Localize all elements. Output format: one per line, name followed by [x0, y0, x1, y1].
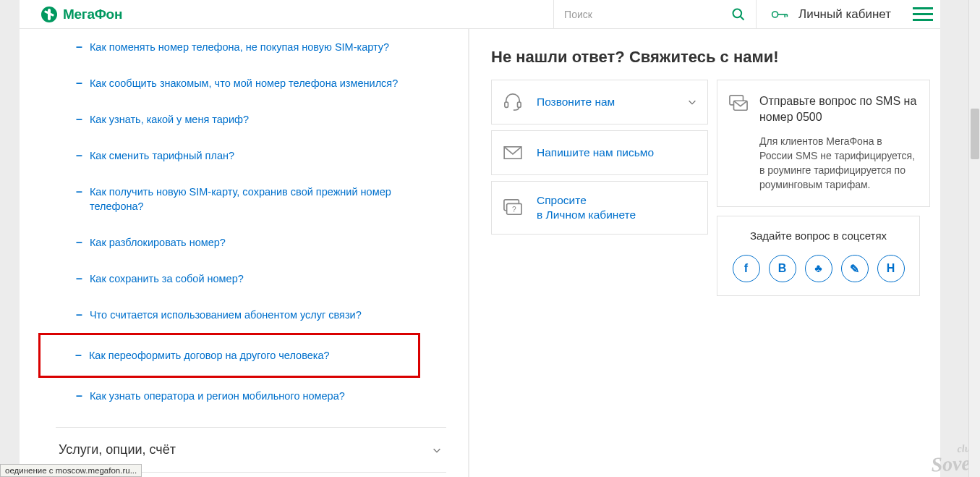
faq-link[interactable]: Что считается использованием абонентом у… — [90, 308, 362, 322]
dash-icon: – — [76, 40, 82, 54]
burger-icon — [913, 7, 933, 9]
social-button-1[interactable]: В — [769, 255, 796, 282]
search-input[interactable] — [564, 9, 731, 20]
faq-item[interactable]: –Как узнать оператора и регион мобильног… — [56, 378, 446, 414]
headset-icon — [502, 92, 524, 112]
social-card: Задайте вопрос в соцсетях fВ♣✎Н — [717, 216, 920, 296]
logo-icon — [41, 7, 57, 22]
logo-text: МегаФон — [63, 7, 122, 22]
social-button-0[interactable]: f — [733, 255, 760, 282]
dash-icon: – — [76, 112, 82, 127]
logo[interactable]: МегаФон — [20, 7, 553, 22]
accordion-title: Услуги, опции, счёт — [59, 442, 176, 457]
search-box — [553, 0, 756, 29]
account-link[interactable]: Личный кабинет — [756, 0, 906, 29]
faq-list: –Как поменять номер телефона, не покупая… — [56, 29, 446, 414]
svg-point-2 — [772, 12, 778, 17]
social-row: fВ♣✎Н — [729, 255, 908, 282]
faq-link[interactable]: Как узнать, какой у меня тариф? — [90, 112, 249, 127]
dash-icon: – — [76, 271, 82, 286]
faq-item[interactable]: –Как переоформить договор на другого чел… — [38, 333, 420, 378]
ask-account-card[interactable]: ? Спроситев Личном кабинете — [491, 181, 708, 235]
chevron-down-icon — [432, 445, 442, 455]
faq-link[interactable]: Как переоформить договор на другого чело… — [89, 348, 330, 363]
dash-icon: – — [76, 185, 82, 199]
social-button-4[interactable]: Н — [877, 255, 905, 282]
faq-item[interactable]: –Как сообщить знакомым, что мой номер те… — [56, 65, 446, 101]
svg-text:?: ? — [512, 206, 516, 214]
faq-item[interactable]: –Что считается использованием абонентом … — [56, 297, 446, 333]
header: МегаФон Личный кабинет — [20, 0, 940, 29]
status-bar: оединение с moscow.megafon.ru... — [0, 464, 142, 477]
sms-card: Отправьте вопрос по SMS на номер 0500 Дл… — [717, 80, 930, 207]
dash-icon: – — [76, 389, 82, 403]
scrollbar-thumb[interactable] — [971, 109, 979, 159]
mail-icon — [502, 143, 524, 163]
svg-rect-6 — [505, 102, 508, 107]
svg-point-0 — [733, 9, 742, 17]
search-icon[interactable] — [731, 7, 746, 22]
faq-item[interactable]: –Как сохранить за собой номер? — [56, 261, 446, 297]
social-button-2[interactable]: ♣ — [805, 255, 832, 282]
faq-link[interactable]: Как разблокировать номер? — [90, 235, 226, 250]
faq-link[interactable]: Как сменить тарифный план? — [90, 148, 234, 163]
chevron-down-icon — [687, 97, 697, 107]
faq-link[interactable]: Как сохранить за собой номер? — [90, 271, 244, 286]
faq-item[interactable]: –Как поменять номер телефона, не покупая… — [56, 29, 446, 65]
faq-column: –Как поменять номер телефона, не покупая… — [20, 29, 469, 477]
contact-heading: Не нашли ответ? Свяжитесь с нами! — [491, 48, 940, 67]
write-us-label: Напишите нам письмо — [537, 145, 654, 160]
ask-account-label: Спроситев Личном кабинете — [537, 193, 636, 222]
call-us-card[interactable]: Позвоните нам — [491, 80, 708, 124]
faq-item[interactable]: –Как получить новую SIM-карту, сохранив … — [56, 174, 446, 224]
faq-item[interactable]: –Как узнать, какой у меня тариф? — [56, 101, 446, 138]
menu-button[interactable] — [906, 7, 940, 21]
write-us-card[interactable]: Напишите нам письмо — [491, 130, 708, 175]
dash-icon: – — [76, 308, 82, 322]
dash-icon: – — [76, 76, 82, 90]
faq-link[interactable]: Как сообщить знакомым, что мой номер тел… — [90, 76, 398, 90]
faq-item[interactable]: –Как сменить тарифный план? — [56, 138, 446, 174]
social-title: Задайте вопрос в соцсетях — [729, 229, 908, 242]
faq-link[interactable]: Как поменять номер телефона, не покупая … — [90, 40, 389, 54]
faq-item[interactable]: –Как разблокировать номер? — [56, 224, 446, 261]
account-label: Личный кабинет — [798, 7, 891, 22]
faq-link[interactable]: Как узнать оператора и регион мобильного… — [90, 389, 345, 403]
call-us-label: Позвоните нам — [537, 95, 615, 109]
svg-rect-7 — [518, 102, 521, 107]
dash-icon: – — [76, 148, 82, 163]
sms-body: Для клиентов МегаФона в России SMS не та… — [728, 134, 918, 192]
sms-title: Отправьте вопрос по SMS на номер 0500 — [759, 93, 918, 125]
svg-line-1 — [741, 16, 744, 20]
social-button-3[interactable]: ✎ — [841, 255, 869, 282]
sms-icon — [728, 93, 749, 114]
contact-column: Не нашли ответ? Свяжитесь с нами! Позвон… — [469, 29, 940, 477]
faq-link[interactable]: Как получить новую SIM-карту, сохранив с… — [90, 185, 401, 214]
chat-question-icon: ? — [502, 198, 524, 218]
dash-icon: – — [75, 348, 82, 363]
dash-icon: – — [76, 235, 82, 250]
key-icon — [771, 8, 788, 21]
scrollbar[interactable] — [968, 0, 980, 477]
